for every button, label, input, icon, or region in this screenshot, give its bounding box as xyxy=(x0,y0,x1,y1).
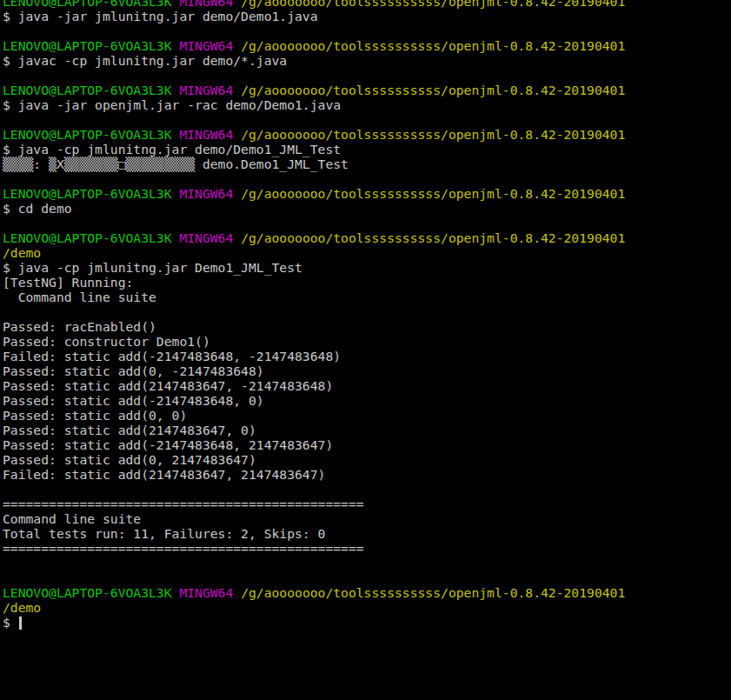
terminal-line: ========================================… xyxy=(3,541,625,556)
terminal-text: $ java -cp jmlunitng.jar demo/Demo1_JML_… xyxy=(3,142,341,157)
terminal-text: Failed: static add(2147483647, 214748364… xyxy=(3,467,325,482)
terminal-text: ▒▒▒▒: ▒X▒▒▒▒▒▒▒□▒▒▒▒▒▒▒▒▒ demo.Demo1_JML… xyxy=(3,157,349,171)
terminal-line: /demo xyxy=(3,600,625,615)
terminal-text: Passed: static add(2147483647, -21474836… xyxy=(3,378,333,393)
terminal-text: $ java -jar jmlunitng.jar demo/Demo1.jav… xyxy=(3,9,318,23)
terminal-line: ▒▒▒▒: ▒X▒▒▒▒▒▒▒□▒▒▒▒▒▒▒▒▒ demo.Demo1_JML… xyxy=(3,157,625,171)
terminal-window[interactable]: LENOVO@LAPTOP-6VOA3L3K MINGW64 /g/aooooo… xyxy=(0,0,731,700)
prompt-user-host: LENOVO@LAPTOP-6VOA3L3K xyxy=(3,230,179,245)
terminal-line: Passed: static add(-2147483648, 0) xyxy=(3,393,625,408)
terminal-text: $ java -cp jmlunitng.jar Demo1_JML_Test xyxy=(3,260,302,275)
terminal-line xyxy=(3,482,625,497)
terminal-line: /demo xyxy=(3,245,625,260)
terminal-text: Passed: static add(-2147483648, 21474836… xyxy=(3,437,333,452)
terminal-text: Passed: racEnabled() xyxy=(3,319,156,334)
prompt-user-host: LENOVO@LAPTOP-6VOA3L3K xyxy=(3,83,179,97)
terminal-text: Total tests run: 11, Failures: 2, Skips:… xyxy=(3,526,325,541)
terminal-line xyxy=(3,570,625,585)
prompt-user-host: LENOVO@LAPTOP-6VOA3L3K xyxy=(3,186,179,201)
prompt-path: /demo xyxy=(3,600,41,615)
terminal-text: Passed: constructor Demo1() xyxy=(3,334,210,349)
terminal-cursor xyxy=(19,617,22,630)
terminal-text: Passed: static add(-2147483648, 0) xyxy=(3,393,264,408)
terminal-line: $ java -cp jmlunitng.jar demo/Demo1_JML_… xyxy=(3,142,625,157)
terminal-output: LENOVO@LAPTOP-6VOA3L3K MINGW64 /g/aooooo… xyxy=(3,0,625,630)
prompt-user-host: LENOVO@LAPTOP-6VOA3L3K xyxy=(3,127,179,142)
terminal-text: [TestNG] Running: xyxy=(3,275,133,290)
terminal-line: Passed: static add(0, -2147483648) xyxy=(3,363,625,378)
prompt-path: /demo xyxy=(3,245,41,260)
terminal-line: Passed: static add(2147483647, -21474836… xyxy=(3,378,625,393)
terminal-line: LENOVO@LAPTOP-6VOA3L3K MINGW64 /g/aooooo… xyxy=(3,127,625,142)
prompt-shell-name: MINGW64 xyxy=(179,38,241,53)
terminal-text: $ cd demo xyxy=(3,201,72,216)
prompt-path: /g/aooooooo/toolssssssssss/openjml-0.8.4… xyxy=(241,0,625,9)
terminal-line: $ java -jar openjml.jar -rac demo/Demo1.… xyxy=(3,97,625,112)
terminal-line: LENOVO@LAPTOP-6VOA3L3K MINGW64 /g/aooooo… xyxy=(3,186,625,201)
terminal-text: Command line suite xyxy=(3,511,141,526)
terminal-line: Passed: static add(2147483647, 0) xyxy=(3,423,625,437)
terminal-line: Passed: static add(-2147483648, 21474836… xyxy=(3,437,625,452)
prompt-path: /g/aooooooo/toolssssssssss/openjml-0.8.4… xyxy=(241,83,625,97)
terminal-text: Passed: static add(0, -2147483648) xyxy=(3,363,264,378)
terminal-text: ========================================… xyxy=(3,497,364,511)
terminal-line: [TestNG] Running: xyxy=(3,275,625,290)
prompt-user-host: LENOVO@LAPTOP-6VOA3L3K xyxy=(3,0,179,9)
terminal-line: Command line suite xyxy=(3,290,625,304)
terminal-line xyxy=(3,216,625,230)
prompt-shell-name: MINGW64 xyxy=(179,127,241,142)
terminal-line: $ java -cp jmlunitng.jar Demo1_JML_Test xyxy=(3,260,625,275)
terminal-line xyxy=(3,556,625,570)
prompt-user-host: LENOVO@LAPTOP-6VOA3L3K xyxy=(3,585,179,600)
terminal-line: $ cd demo xyxy=(3,201,625,216)
terminal-line: $ java -jar jmlunitng.jar demo/Demo1.jav… xyxy=(3,9,625,23)
terminal-line: Command line suite xyxy=(3,511,625,526)
terminal-line xyxy=(3,68,625,83)
prompt-path: /g/aooooooo/toolssssssssss/openjml-0.8.4… xyxy=(241,186,625,201)
terminal-line: Failed: static add(-2147483648, -2147483… xyxy=(3,349,625,363)
terminal-line: $ xyxy=(3,615,625,630)
terminal-line: Passed: constructor Demo1() xyxy=(3,334,625,349)
terminal-line: $ javac -cp jmlunitng.jar demo/*.java xyxy=(3,53,625,68)
terminal-text: $ javac -cp jmlunitng.jar demo/*.java xyxy=(3,53,287,68)
terminal-line: Failed: static add(2147483647, 214748364… xyxy=(3,467,625,482)
terminal-text: $ xyxy=(3,615,18,630)
terminal-line xyxy=(3,112,625,127)
prompt-user-host: LENOVO@LAPTOP-6VOA3L3K xyxy=(3,38,179,53)
terminal-line: ========================================… xyxy=(3,497,625,511)
terminal-text: Failed: static add(-2147483648, -2147483… xyxy=(3,349,341,363)
terminal-line: LENOVO@LAPTOP-6VOA3L3K MINGW64 /g/aooooo… xyxy=(3,585,625,600)
prompt-shell-name: MINGW64 xyxy=(179,186,241,201)
prompt-shell-name: MINGW64 xyxy=(179,83,241,97)
terminal-line: Total tests run: 11, Failures: 2, Skips:… xyxy=(3,526,625,541)
prompt-shell-name: MINGW64 xyxy=(179,585,241,600)
prompt-path: /g/aooooooo/toolssssssssss/openjml-0.8.4… xyxy=(241,38,625,53)
prompt-path: /g/aooooooo/toolssssssssss/openjml-0.8.4… xyxy=(241,230,625,245)
prompt-path: /g/aooooooo/toolssssssssss/openjml-0.8.4… xyxy=(241,127,625,142)
terminal-line: Passed: static add(0, 0) xyxy=(3,408,625,423)
terminal-line: Passed: racEnabled() xyxy=(3,319,625,334)
terminal-line: LENOVO@LAPTOP-6VOA3L3K MINGW64 /g/aooooo… xyxy=(3,38,625,53)
terminal-text: Passed: static add(0, 0) xyxy=(3,408,187,423)
terminal-text: Passed: static add(2147483647, 0) xyxy=(3,423,256,437)
terminal-line: LENOVO@LAPTOP-6VOA3L3K MINGW64 /g/aooooo… xyxy=(3,83,625,97)
terminal-line xyxy=(3,23,625,38)
terminal-text: Command line suite xyxy=(3,290,156,304)
terminal-line: LENOVO@LAPTOP-6VOA3L3K MINGW64 /g/aooooo… xyxy=(3,0,625,9)
prompt-shell-name: MINGW64 xyxy=(179,230,241,245)
terminal-line: Passed: static add(0, 2147483647) xyxy=(3,452,625,467)
terminal-text: ========================================… xyxy=(3,541,364,556)
prompt-shell-name: MINGW64 xyxy=(179,0,241,9)
terminal-text: Passed: static add(0, 2147483647) xyxy=(3,452,256,467)
terminal-line xyxy=(3,304,625,319)
terminal-line xyxy=(3,171,625,186)
terminal-line: LENOVO@LAPTOP-6VOA3L3K MINGW64 /g/aooooo… xyxy=(3,230,625,245)
terminal-text: $ java -jar openjml.jar -rac demo/Demo1.… xyxy=(3,97,341,112)
prompt-path: /g/aooooooo/toolssssssssss/openjml-0.8.4… xyxy=(241,585,625,600)
